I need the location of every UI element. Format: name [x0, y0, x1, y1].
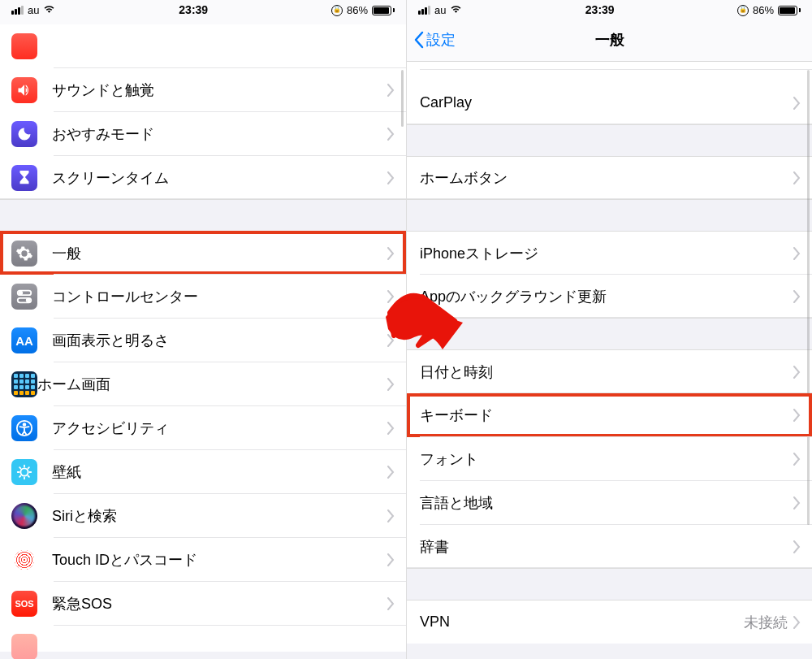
settings-item-control-center[interactable]: コントロールセンター	[0, 275, 406, 319]
general-item-datetime[interactable]: 日付と時刻	[407, 349, 812, 393]
label: アクセシビリティ	[52, 418, 387, 438]
general-item-carplay[interactable]: CarPlay	[407, 81, 812, 125]
exposure-icon	[11, 634, 37, 659]
chevron-right-icon	[387, 466, 395, 479]
label: 壁紙	[52, 462, 387, 482]
list-item[interactable]	[0, 24, 406, 68]
label: キーボード	[420, 405, 793, 425]
moon-icon	[11, 121, 37, 147]
battery-icon	[778, 6, 801, 15]
battery-percent: 86%	[347, 4, 368, 16]
accessibility-icon	[11, 415, 37, 441]
chevron-right-icon	[387, 378, 395, 391]
general-item-langregion[interactable]: 言語と地域	[407, 481, 812, 525]
general-item-bgrefresh[interactable]: Appのバックグラウンド更新	[407, 275, 812, 319]
scrollbar[interactable]	[401, 70, 404, 127]
svg-point-5	[24, 423, 26, 426]
carrier-label: au	[434, 4, 446, 16]
settings-item-screentime[interactable]: スクリーンタイム	[0, 156, 406, 200]
chevron-right-icon	[387, 422, 395, 435]
label: サウンドと触覚	[52, 80, 387, 100]
chevron-right-icon	[387, 509, 395, 522]
settings-item-sos[interactable]: SOS 緊急SOS	[0, 582, 406, 626]
settings-item-display[interactable]: AA 画面表示と明るさ	[0, 319, 406, 362]
sound-icon	[11, 77, 37, 103]
chevron-right-icon	[793, 616, 801, 629]
general-item-vpn[interactable]: VPN 未接続	[407, 600, 812, 644]
label: 緊急SOS	[52, 594, 387, 613]
scrollbar[interactable]	[807, 70, 810, 525]
battery-percent: 86%	[753, 4, 774, 16]
general-item-fonts[interactable]: フォント	[407, 437, 812, 481]
chevron-right-icon	[793, 453, 801, 466]
settings-item-sounds[interactable]: サウンドと触覚	[0, 68, 406, 112]
label: おやすみモード	[52, 124, 387, 144]
list-item[interactable]	[0, 626, 406, 652]
general-item-storage[interactable]: iPhoneストレージ	[407, 231, 812, 275]
label: 一般	[52, 244, 387, 263]
status-bar: au 23:39 86%	[0, 0, 406, 18]
chevron-right-icon	[793, 247, 801, 260]
chevron-right-icon	[793, 290, 801, 303]
gear-icon	[11, 241, 37, 267]
label: フォント	[420, 449, 793, 469]
home-grid-icon	[11, 371, 37, 397]
orientation-lock-icon	[331, 5, 343, 16]
general-pane: au 23:39 86% 設定 一般 CarPlay ホームボタ	[406, 0, 812, 659]
orientation-lock-icon	[737, 5, 749, 16]
signal-icon	[418, 6, 430, 15]
label: コントロールセンター	[52, 287, 387, 306]
label: ホームボタン	[420, 168, 793, 188]
battery-icon	[372, 6, 395, 15]
chevron-right-icon	[793, 366, 801, 379]
chevron-right-icon	[387, 334, 395, 347]
chevron-right-icon	[387, 128, 395, 141]
value: 未接続	[744, 613, 788, 632]
label: iPhoneストレージ	[420, 244, 793, 263]
general-item-dict[interactable]: 辞書	[407, 525, 812, 569]
status-time: 23:39	[462, 3, 737, 16]
settings-item-touchid[interactable]: Touch IDとパスコード	[0, 538, 406, 582]
general-item-homebutton[interactable]: ホームボタン	[407, 156, 812, 200]
general-item-keyboard[interactable]: キーボード	[407, 393, 812, 437]
signal-icon	[11, 6, 24, 15]
siri-icon	[11, 503, 37, 529]
chevron-right-icon	[793, 540, 801, 553]
back-button[interactable]: 設定	[407, 30, 456, 50]
chevron-right-icon	[387, 247, 395, 260]
chevron-right-icon	[387, 84, 395, 97]
settings-item-home[interactable]: ホーム画面	[0, 362, 406, 406]
label: Touch IDとパスコード	[52, 550, 387, 570]
status-bar: au 23:39 86%	[407, 0, 812, 18]
label: Appのバックグラウンド更新	[420, 287, 793, 306]
chevron-right-icon	[793, 97, 801, 110]
chevron-right-icon	[387, 171, 395, 184]
list-item[interactable]	[407, 62, 812, 70]
label: 画面表示と明るさ	[52, 331, 387, 350]
settings-item-general[interactable]: 一般	[0, 231, 406, 275]
hourglass-icon	[11, 165, 37, 191]
status-time: 23:39	[55, 3, 331, 16]
chevron-right-icon	[793, 171, 801, 184]
back-label: 設定	[426, 30, 456, 50]
chevron-right-icon	[793, 496, 801, 509]
label: 日付と時刻	[420, 362, 793, 382]
nav-bar: 設定 一般	[407, 18, 812, 62]
settings-item-dnd[interactable]: おやすみモード	[0, 112, 406, 156]
svg-point-6	[20, 468, 28, 475]
wifi-icon	[43, 3, 55, 16]
settings-item-siri[interactable]: Siriと検索	[0, 494, 406, 538]
svg-point-3	[27, 299, 30, 302]
wifi-icon	[450, 3, 462, 16]
label: CarPlay	[420, 94, 793, 111]
label: Siriと検索	[52, 506, 387, 526]
settings-item-accessibility[interactable]: アクセシビリティ	[0, 406, 406, 450]
label: VPN	[420, 613, 744, 631]
settings-item-wallpaper[interactable]: 壁紙	[0, 450, 406, 494]
wallpaper-icon	[11, 459, 37, 485]
chevron-right-icon	[387, 290, 395, 303]
fingerprint-icon	[11, 547, 37, 573]
label: 辞書	[420, 537, 793, 557]
label: ホーム画面	[37, 375, 387, 394]
chevron-right-icon	[387, 553, 395, 566]
